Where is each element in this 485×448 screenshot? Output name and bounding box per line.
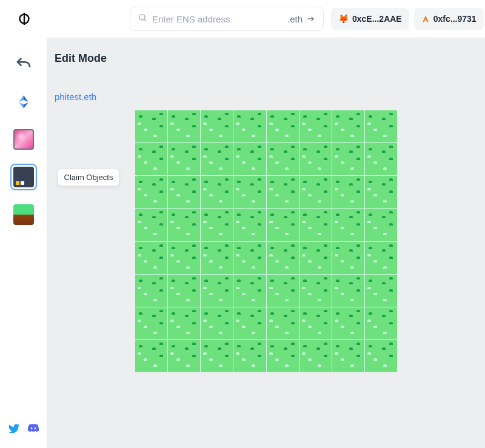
arrow-right-icon xyxy=(306,14,316,24)
search-box[interactable]: .eth xyxy=(130,7,324,31)
grid-cell[interactable] xyxy=(299,176,332,208)
search-suffix: .eth xyxy=(287,14,316,24)
grid-cell[interactable] xyxy=(299,242,332,274)
search-icon xyxy=(138,13,147,25)
metamask-icon: 🦊 xyxy=(338,14,349,24)
grid-cell[interactable] xyxy=(201,209,233,241)
grid-cell[interactable] xyxy=(168,209,200,241)
grid-cell[interactable] xyxy=(299,307,332,339)
grid-cell[interactable] xyxy=(135,307,167,339)
svg-point-2 xyxy=(139,15,145,20)
grid-cell[interactable] xyxy=(365,143,397,175)
grid-cell[interactable] xyxy=(332,275,364,307)
land-grid[interactable] xyxy=(135,110,397,372)
grid-cell[interactable] xyxy=(201,143,233,175)
grid-cell[interactable] xyxy=(332,110,364,142)
grid-cell[interactable] xyxy=(365,307,397,339)
grid-cell[interactable] xyxy=(135,242,167,274)
grid-cell[interactable] xyxy=(233,176,266,208)
grid-cell[interactable] xyxy=(201,275,233,307)
grid-cell[interactable] xyxy=(365,275,397,307)
wallet-pill-metamask[interactable]: 🦊 0xcE...2AAE xyxy=(331,8,409,30)
ens-name[interactable]: phitest.eth xyxy=(55,92,485,102)
wallet-address-2: 0xfc...9731 xyxy=(433,14,477,24)
claim-objects-icon xyxy=(13,167,34,187)
sidebar-item-undo[interactable] xyxy=(10,51,37,78)
grid-cell[interactable] xyxy=(233,143,266,175)
sidebar-item-pink-object[interactable] xyxy=(10,126,37,153)
grid-cell[interactable] xyxy=(201,340,233,372)
grid-cell[interactable] xyxy=(233,110,266,142)
grid-cell[interactable] xyxy=(135,143,167,175)
grid-cell[interactable] xyxy=(168,242,200,274)
svg-line-3 xyxy=(144,19,146,21)
grid-cell[interactable] xyxy=(135,340,167,372)
grid-cell[interactable] xyxy=(332,307,364,339)
grid-cell[interactable] xyxy=(299,275,332,307)
grid-cell[interactable] xyxy=(168,275,200,307)
grid-cell[interactable] xyxy=(201,176,233,208)
grid-cell[interactable] xyxy=(332,242,364,274)
sidebar-item-grass-tile[interactable] xyxy=(10,201,37,228)
wallet-address-1: 0xcE...2AAE xyxy=(352,14,402,24)
grid-cell[interactable] xyxy=(233,307,266,339)
grid-cell[interactable] xyxy=(168,307,200,339)
grid-cell[interactable] xyxy=(168,176,200,208)
grid-cell[interactable] xyxy=(299,143,332,175)
grid-cell[interactable] xyxy=(233,275,266,307)
content-area: Edit Mode phitest.eth xyxy=(47,38,485,448)
grid-cell[interactable] xyxy=(233,340,266,372)
grid-cell[interactable] xyxy=(365,242,397,274)
grid-cell[interactable] xyxy=(267,110,299,142)
grid-cell[interactable] xyxy=(365,110,397,142)
grid-cell[interactable] xyxy=(267,143,299,175)
grid-cell[interactable] xyxy=(168,340,200,372)
sidebar-item-eth[interactable] xyxy=(10,89,37,115)
app-logo xyxy=(10,12,32,26)
wallet-pill-secondary[interactable]: 0xfc...9731 xyxy=(414,8,484,30)
tooltip-claim-objects: Claim Objects xyxy=(58,169,120,186)
pink-object-icon xyxy=(13,129,34,150)
orange-a-icon xyxy=(421,15,430,23)
grid-cell[interactable] xyxy=(135,110,167,142)
grid-cell[interactable] xyxy=(135,209,167,241)
topbar: .eth 🦊 0xcE...2AAE 0xfc...9731 xyxy=(0,0,485,38)
grid-cell[interactable] xyxy=(332,176,364,208)
grid-cell[interactable] xyxy=(332,340,364,372)
grid-cell[interactable] xyxy=(267,340,299,372)
grid-cell[interactable] xyxy=(233,242,266,274)
undo-icon xyxy=(15,55,33,73)
grid-cell[interactable] xyxy=(168,143,200,175)
sidebar-social xyxy=(8,423,39,437)
grid-cell[interactable] xyxy=(267,209,299,241)
grid-cell[interactable] xyxy=(365,209,397,241)
grid-cell[interactable] xyxy=(201,307,233,339)
twitter-icon[interactable] xyxy=(8,423,20,437)
search-input[interactable] xyxy=(152,14,283,24)
eth-icon xyxy=(16,94,32,110)
grid-cell[interactable] xyxy=(201,242,233,274)
sidebar: Claim Objects xyxy=(0,38,47,448)
sidebar-item-claim-objects[interactable]: Claim Objects xyxy=(10,164,37,190)
wallet-pills: 🦊 0xcE...2AAE 0xfc...9731 xyxy=(331,8,484,30)
grid-cell[interactable] xyxy=(332,143,364,175)
grid-cell[interactable] xyxy=(267,275,299,307)
grid-cell[interactable] xyxy=(299,110,332,142)
grid-cell[interactable] xyxy=(332,209,364,241)
grid-cell[interactable] xyxy=(135,275,167,307)
discord-icon[interactable] xyxy=(27,423,39,437)
grid-cell[interactable] xyxy=(365,340,397,372)
grid-cell[interactable] xyxy=(168,110,200,142)
mode-title: Edit Mode xyxy=(55,52,485,65)
grid-cell[interactable] xyxy=(201,110,233,142)
grid-cell[interactable] xyxy=(135,176,167,208)
grid-cell[interactable] xyxy=(365,176,397,208)
grid-cell[interactable] xyxy=(299,209,332,241)
grid-cell[interactable] xyxy=(299,340,332,372)
grid-cell[interactable] xyxy=(267,176,299,208)
grid-cell[interactable] xyxy=(233,209,266,241)
grid-cell[interactable] xyxy=(267,307,299,339)
grass-tile-icon xyxy=(13,204,34,225)
grid-cell[interactable] xyxy=(267,242,299,274)
